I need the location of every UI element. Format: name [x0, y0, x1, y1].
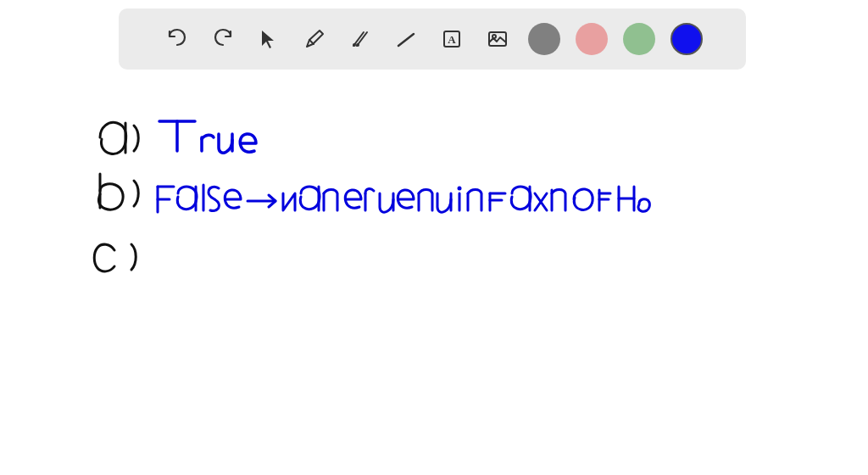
redo-button[interactable]	[208, 24, 238, 54]
eraser-tool-button[interactable]	[391, 24, 421, 54]
color-green[interactable]	[623, 23, 655, 55]
image-tool-button[interactable]	[482, 24, 513, 54]
svg-point-4	[356, 43, 359, 47]
color-blue[interactable]	[670, 23, 703, 55]
canvas	[0, 0, 868, 475]
svg-point-3	[353, 43, 356, 47]
toolbar: A	[119, 8, 746, 70]
undo-button[interactable]	[162, 24, 192, 54]
text-tool-button[interactable]: A	[437, 24, 467, 54]
pencil-tool-button[interactable]	[299, 24, 330, 54]
svg-line-0	[309, 40, 314, 44]
color-pink[interactable]	[576, 23, 608, 55]
tools-button[interactable]	[345, 24, 376, 54]
svg-point-11	[458, 187, 462, 191]
svg-line-5	[398, 34, 414, 46]
color-gray[interactable]	[528, 23, 560, 55]
select-tool-button[interactable]	[253, 24, 284, 54]
svg-text:A: A	[448, 33, 456, 46]
